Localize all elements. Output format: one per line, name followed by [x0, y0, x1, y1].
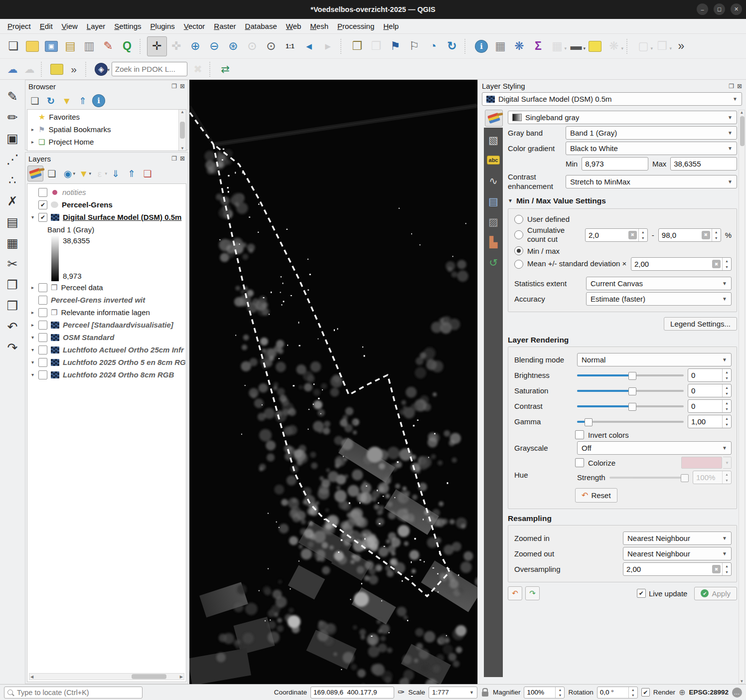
pdok-search-input[interactable]	[112, 62, 187, 76]
open-layer-styling-dock[interactable]	[27, 166, 43, 181]
zoom-last[interactable]: ◂	[299, 37, 318, 56]
close-panel-icon[interactable]: ⊠	[180, 83, 185, 90]
menu-view[interactable]: View	[57, 20, 82, 32]
expander-icon[interactable]: ▸	[31, 310, 38, 315]
globe-icon[interactable]: ⊕	[679, 688, 685, 697]
maximize-button[interactable]: ◻	[714, 3, 725, 15]
refresh-browser[interactable]: ↻	[43, 93, 58, 108]
clear-icon[interactable]: ✖	[628, 231, 637, 239]
show-spatial-bookmarks[interactable]: ⚐	[405, 37, 424, 56]
field-calculator[interactable]: ▦	[491, 37, 510, 56]
color-gradient-combo[interactable]: Black to White ▼	[566, 142, 737, 155]
add-group[interactable]: ❏	[44, 166, 59, 181]
browser-item[interactable]: ▸⚑Spatial Bookmarks	[27, 123, 186, 136]
new-project[interactable]: ❏	[4, 37, 23, 56]
redo[interactable]: ↷	[2, 337, 23, 358]
menu-vector[interactable]: Vector	[179, 20, 210, 32]
labels-tab[interactable]: abc	[485, 152, 501, 168]
remove-layer[interactable]: ❏	[140, 166, 155, 181]
data-source-manager-box[interactable]	[48, 61, 65, 77]
close-panel-icon[interactable]: ⊠	[737, 83, 742, 90]
gamma-slider[interactable]	[577, 417, 684, 427]
cut-features[interactable]: ✂	[2, 253, 23, 274]
live-update-checkbox[interactable]: ✔	[637, 589, 646, 598]
clear-icon[interactable]: ✖	[712, 565, 721, 573]
float-panel-icon[interactable]: ❐	[171, 83, 177, 90]
scroll-left-icon[interactable]: ◀	[29, 675, 33, 679]
gray-band-combo[interactable]: Band 1 (Gray) ▼	[566, 126, 737, 140]
collapse-all[interactable]: ⇑	[124, 166, 139, 181]
map-canvas[interactable]	[189, 80, 477, 684]
saturation-input[interactable]: ▲▼	[688, 384, 732, 397]
menu-mesh[interactable]: Mesh	[305, 20, 333, 32]
scroll-thumb[interactable]	[132, 674, 166, 679]
zoom-full-extent[interactable]: ⊛	[224, 37, 243, 56]
identify-features[interactable]: ℹ	[472, 37, 491, 56]
layer-visibility-checkbox[interactable]: ✔	[38, 213, 47, 222]
menu-raster[interactable]: Raster	[209, 20, 240, 32]
delete-selected[interactable]: ▦	[2, 232, 23, 253]
scroll-thumb[interactable]	[180, 122, 185, 139]
gamma-input[interactable]: ▲▼	[688, 415, 732, 428]
grayscale-combo[interactable]: Off ▼	[577, 441, 732, 455]
zoom-in[interactable]: ⊕	[186, 37, 205, 56]
colorize-checkbox[interactable]	[575, 458, 584, 467]
locate-input[interactable]	[16, 688, 139, 697]
brightness-slider[interactable]	[577, 370, 684, 380]
layer-item[interactable]: ▾OSM Standard	[27, 331, 186, 344]
new-map-view[interactable]: ❐	[348, 37, 367, 56]
styling-layer-selector[interactable]: Digital Surface Model (DSM) 0.5m ▼	[482, 92, 742, 106]
pdok-services[interactable]: ◈▾	[93, 61, 110, 77]
scale-combo[interactable]: 1:777 ▼	[429, 687, 477, 699]
contrast-enhancement-combo[interactable]: Stretch to MinMax ▼	[566, 175, 737, 188]
expander-icon[interactable]: ▾	[31, 335, 38, 340]
undo[interactable]: ↶	[2, 316, 23, 337]
metadata-tab[interactable]: ▤	[485, 193, 501, 209]
brightness-input[interactable]: ▲▼	[688, 368, 732, 382]
zoomed-out-combo[interactable]: Nearest Neighbour ▼	[623, 547, 732, 560]
toolbar2-overflow[interactable]: »	[65, 61, 82, 77]
scroll-up-icon[interactable]: ▲	[740, 110, 744, 115]
mouse-position-icon[interactable]: ✑	[398, 687, 405, 698]
layout-manager[interactable]: ▥	[80, 37, 99, 56]
layers-hscrollbar[interactable]: ◀ ▶	[29, 673, 184, 680]
saturation-slider[interactable]	[577, 386, 684, 396]
cloud-project[interactable]: ☁	[4, 61, 21, 77]
max-input[interactable]	[670, 157, 737, 171]
float-panel-icon[interactable]: ❐	[729, 83, 734, 90]
save-project[interactable]: ▣	[42, 37, 61, 56]
layer-item[interactable]: ✔Perceel-Grens	[27, 198, 186, 211]
toggle-editing[interactable]: ✏	[2, 107, 23, 128]
modify-attributes[interactable]: ▤	[2, 211, 23, 232]
expand-all[interactable]: ⇓	[108, 166, 123, 181]
spinner[interactable]: ▲▼	[628, 687, 637, 698]
undo-style-button[interactable]: ↶	[508, 586, 522, 600]
qgis-logo[interactable]: Q	[118, 37, 137, 56]
open-project[interactable]	[23, 37, 42, 56]
expander-icon[interactable]: ▾	[31, 347, 38, 352]
menu-project[interactable]: Project	[3, 20, 35, 32]
crs-indicator[interactable]: EPSG:28992	[689, 689, 729, 696]
spinner[interactable]: ▲▼	[722, 369, 731, 381]
menu-plugins[interactable]: Plugins	[146, 20, 179, 32]
history-tab[interactable]: ↺	[485, 254, 501, 270]
layer-item[interactable]: ▸❐Perceel data	[27, 281, 186, 294]
minmax-radio[interactable]	[514, 246, 523, 255]
contrast-slider[interactable]	[577, 401, 684, 411]
statistics-summary[interactable]: Σ	[529, 37, 548, 56]
accuracy-combo[interactable]: Estimate (faster) ▼	[586, 292, 732, 306]
pyramids-tab[interactable]: ▙	[485, 234, 501, 250]
symbology-tab[interactable]	[485, 110, 503, 127]
elevation-tab[interactable]: ▨	[485, 213, 501, 229]
expander-icon[interactable]: ▾	[31, 372, 38, 377]
blending-mode-combo[interactable]: Normal ▼	[577, 353, 732, 366]
zoom-out[interactable]: ⊖	[205, 37, 224, 56]
vertex-tool[interactable]: ✗	[2, 190, 23, 211]
zoom-to-layer[interactable]: ⊙	[262, 37, 281, 56]
layer-item[interactable]: ▸❐Relevante informatie lagen	[27, 306, 186, 319]
layer-visibility-checkbox[interactable]	[38, 308, 47, 317]
zoomed-in-combo[interactable]: Nearest Neighbour ▼	[623, 531, 732, 545]
invert-colors-checkbox[interactable]	[575, 430, 584, 439]
layer-item[interactable]: ▾Luchtfoto 2025 Ortho 5 en 8cm RG	[27, 356, 186, 368]
float-panel-icon[interactable]: ❐	[171, 155, 177, 162]
